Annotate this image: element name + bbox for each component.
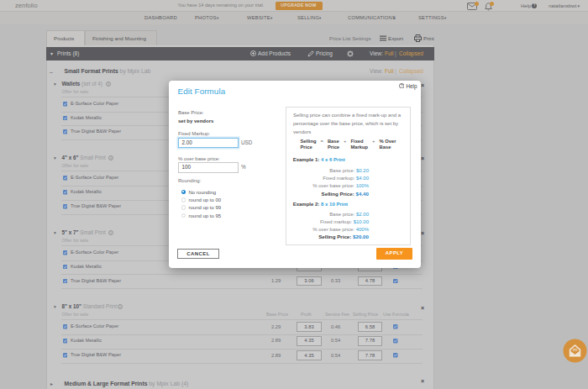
svg-text:?: ? — [400, 83, 402, 87]
